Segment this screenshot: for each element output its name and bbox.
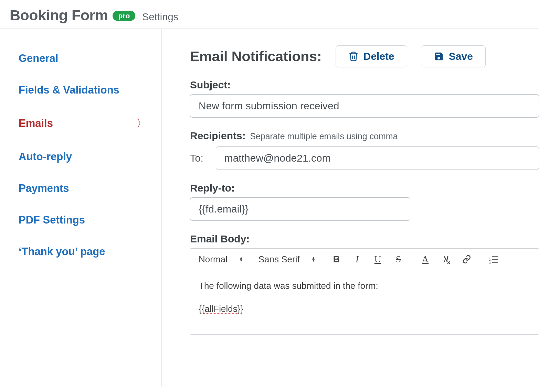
sidebar-item-payments[interactable]: Payments	[19, 173, 161, 204]
svg-text:3: 3	[489, 261, 490, 264]
sidebar: General Fields & Validations Emails 〉 Au…	[0, 29, 162, 386]
ordered-list-button[interactable]: 123	[488, 253, 499, 265]
editor-content[interactable]: The following data was submitted in the …	[190, 270, 539, 334]
sidebar-item-label: Payments	[19, 182, 69, 195]
delete-button-label: Delete	[363, 51, 394, 62]
chevron-right-icon: 〉	[136, 116, 148, 131]
page-title: Booking Form	[10, 7, 108, 24]
sidebar-item-label: General	[19, 52, 58, 65]
link-button[interactable]	[461, 253, 473, 265]
font-select[interactable]: Sans Serif ▲▼	[258, 254, 316, 265]
sidebar-item-label: Fields & Validations	[19, 84, 119, 96]
svg-rect-7	[492, 262, 498, 263]
save-icon	[434, 51, 444, 62]
clear-format-icon	[442, 255, 451, 264]
bold-button[interactable]: B	[331, 253, 342, 265]
caret-icon: ▲▼	[239, 257, 243, 262]
svg-rect-3	[492, 256, 498, 257]
italic-button[interactable]: I	[351, 253, 363, 265]
recipients-to-input[interactable]	[216, 146, 539, 170]
sidebar-item-auto-reply[interactable]: Auto-reply	[19, 141, 161, 173]
reply-to-input[interactable]	[190, 197, 410, 221]
svg-rect-5	[492, 259, 498, 260]
text-color-button[interactable]: A	[420, 253, 431, 265]
subject-label: Subject:	[190, 79, 539, 91]
sidebar-item-pdf-settings[interactable]: PDF Settings	[19, 204, 161, 236]
caret-icon: ▲▼	[311, 257, 316, 262]
sidebar-item-label: PDF Settings	[19, 214, 85, 226]
delete-button[interactable]: Delete	[336, 45, 407, 67]
sidebar-item-emails[interactable]: Emails 〉	[19, 106, 161, 141]
recipients-hint: Separate multiple emails using comma	[250, 131, 398, 141]
heading-select-value: Normal	[199, 254, 228, 265]
trash-icon	[348, 51, 359, 62]
pro-badge: pro	[113, 11, 135, 21]
section-title: Email Notifications:	[190, 48, 322, 65]
page-subtitle: Settings	[142, 11, 178, 23]
link-icon	[462, 255, 471, 264]
font-select-value: Sans Serif	[258, 254, 300, 265]
recipients-to-label: To:	[190, 153, 203, 164]
reply-to-label: Reply-to:	[190, 182, 539, 194]
ordered-list-icon: 123	[489, 255, 498, 264]
recipients-label: Recipients:	[190, 130, 246, 141]
clear-format-button[interactable]	[440, 253, 452, 265]
heading-select[interactable]: Normal ▲▼	[199, 254, 243, 265]
sidebar-item-label: ‘Thank you’ page	[19, 246, 105, 258]
spell-error: allFields	[204, 304, 237, 314]
underline-button[interactable]: U	[372, 253, 384, 265]
editor-line: The following data was submitted in the …	[199, 279, 530, 293]
editor-line: {{allFields}}	[199, 302, 530, 316]
strikethrough-button[interactable]: S	[393, 253, 404, 265]
save-button-label: Save	[449, 51, 473, 62]
main-panel: Email Notifications: Delete Save Subject…	[162, 29, 539, 386]
sidebar-item-label: Auto-reply	[19, 151, 72, 163]
subject-input[interactable]	[190, 94, 539, 118]
rich-text-editor: Normal ▲▼ Sans Serif ▲▼ B I U S A	[190, 248, 539, 335]
sidebar-item-general[interactable]: General	[19, 43, 161, 74]
sidebar-item-fields-validations[interactable]: Fields & Validations	[19, 74, 161, 106]
page-header: Booking Form pro Settings	[0, 0, 539, 29]
save-button[interactable]: Save	[421, 45, 486, 67]
sidebar-item-thank-you-page[interactable]: ‘Thank you’ page	[19, 236, 161, 268]
sidebar-item-label: Emails	[19, 117, 53, 130]
editor-toolbar: Normal ▲▼ Sans Serif ▲▼ B I U S A	[190, 249, 539, 270]
email-body-label: Email Body:	[190, 233, 539, 245]
